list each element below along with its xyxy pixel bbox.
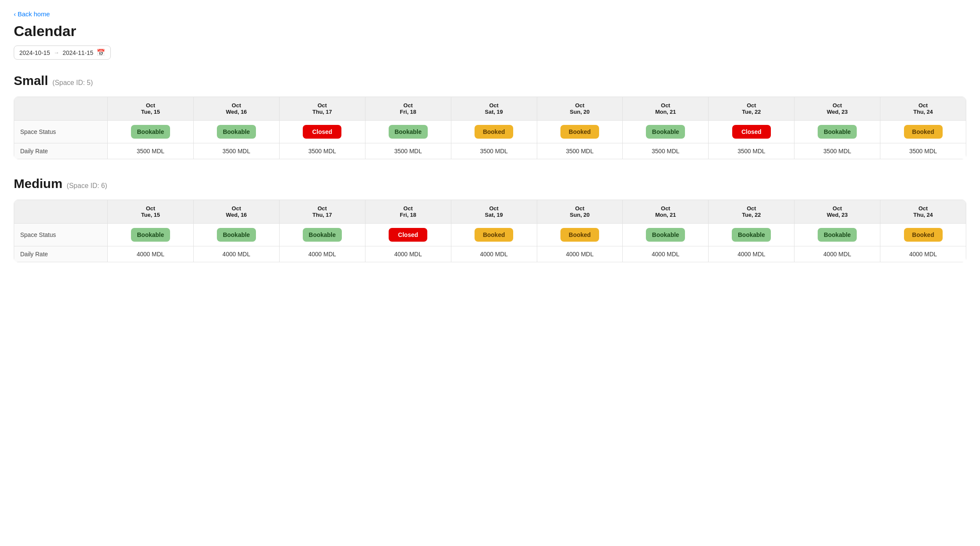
- col-month: Oct: [146, 102, 155, 109]
- status-cell-1-5[interactable]: Booked: [537, 224, 623, 246]
- col-month: Oct: [317, 102, 327, 109]
- col-month: Oct: [661, 102, 670, 109]
- table-header-empty: [14, 97, 108, 121]
- status-badge: Bookable: [303, 228, 342, 242]
- col-day: Tue, 22: [742, 212, 761, 218]
- col-month: Oct: [146, 205, 155, 212]
- status-cell-0-0[interactable]: Bookable: [108, 121, 194, 143]
- arrow-icon: →: [54, 49, 59, 56]
- col-day: Wed, 16: [226, 109, 247, 115]
- col-header-1-4: OctSat, 19: [451, 200, 537, 224]
- chevron-left-icon: ‹: [14, 10, 16, 18]
- status-cell-0-2[interactable]: Closed: [279, 121, 365, 143]
- status-cell-1-1[interactable]: Bookable: [193, 224, 279, 246]
- section-small: Small(Space ID: 5)OctTue, 15OctWed, 16Oc…: [14, 73, 966, 159]
- rate-cell-1-3: 4000 MDL: [365, 246, 451, 262]
- date-start: 2024-10-15: [19, 49, 50, 56]
- status-cell-1-0[interactable]: Bookable: [108, 224, 194, 246]
- status-badge: Booked: [475, 228, 513, 242]
- date-range-picker[interactable]: 2024-10-15 → 2024-11-15 📅: [14, 46, 111, 60]
- rate-cell-0-5: 3500 MDL: [537, 143, 623, 159]
- rate-cell-0-9: 3500 MDL: [880, 143, 966, 159]
- page-title: Calendar: [14, 23, 966, 39]
- status-cell-0-6[interactable]: Bookable: [623, 121, 709, 143]
- col-day: Sun, 20: [570, 212, 590, 218]
- col-day: Tue, 15: [141, 212, 160, 218]
- daily-rate-label-medium: Daily Rate: [14, 246, 108, 262]
- rate-cell-1-8: 4000 MDL: [794, 246, 880, 262]
- col-header-1-7: OctTue, 22: [709, 200, 794, 224]
- col-header-0-2: OctThu, 17: [279, 97, 365, 121]
- col-header-0-3: OctFri, 18: [365, 97, 451, 121]
- col-header-0-5: OctSun, 20: [537, 97, 623, 121]
- col-day: Thu, 24: [913, 212, 933, 218]
- table-header-empty: [14, 200, 108, 224]
- rate-cell-0-2: 3500 MDL: [279, 143, 365, 159]
- status-badge: Closed: [389, 228, 427, 242]
- col-day: Wed, 16: [226, 212, 247, 218]
- rate-cell-0-6: 3500 MDL: [623, 143, 709, 159]
- space-status-label-small: Space Status: [14, 121, 108, 143]
- section-title-medium: Medium(Space ID: 6): [14, 176, 966, 191]
- status-badge: Bookable: [646, 125, 685, 139]
- status-cell-0-3[interactable]: Bookable: [365, 121, 451, 143]
- col-header-1-9: OctThu, 24: [880, 200, 966, 224]
- section-title-small: Small(Space ID: 5): [14, 73, 966, 88]
- rate-cell-1-6: 4000 MDL: [623, 246, 709, 262]
- status-badge: Closed: [732, 125, 771, 139]
- col-day: Thu, 24: [913, 109, 933, 115]
- status-cell-1-7[interactable]: Bookable: [709, 224, 794, 246]
- col-month: Oct: [833, 205, 842, 212]
- status-cell-1-9[interactable]: Booked: [880, 224, 966, 246]
- status-badge: Closed: [303, 125, 341, 139]
- col-month: Oct: [317, 205, 327, 212]
- status-cell-0-8[interactable]: Bookable: [794, 121, 880, 143]
- back-home-label: Back home: [18, 10, 50, 18]
- back-home-link[interactable]: ‹ Back home: [14, 10, 50, 18]
- status-cell-0-5[interactable]: Booked: [537, 121, 623, 143]
- status-cell-0-4[interactable]: Booked: [451, 121, 537, 143]
- col-header-1-0: OctTue, 15: [108, 200, 194, 224]
- col-month: Oct: [489, 205, 499, 212]
- rate-cell-0-8: 3500 MDL: [794, 143, 880, 159]
- col-month: Oct: [833, 102, 842, 109]
- status-badge: Bookable: [646, 228, 685, 242]
- section-main-title-small: Small: [14, 73, 48, 88]
- rate-cell-1-9: 4000 MDL: [880, 246, 966, 262]
- col-month: Oct: [661, 205, 670, 212]
- rate-cell-1-1: 4000 MDL: [193, 246, 279, 262]
- col-day: Wed, 23: [827, 109, 848, 115]
- col-day: Sat, 19: [485, 212, 503, 218]
- status-badge: Bookable: [217, 125, 256, 139]
- status-cell-1-4[interactable]: Booked: [451, 224, 537, 246]
- status-cell-1-6[interactable]: Bookable: [623, 224, 709, 246]
- status-badge: Bookable: [818, 228, 857, 242]
- status-badge: Booked: [560, 125, 599, 139]
- col-month: Oct: [747, 205, 756, 212]
- status-cell-1-8[interactable]: Bookable: [794, 224, 880, 246]
- status-cell-1-2[interactable]: Bookable: [279, 224, 365, 246]
- col-month: Oct: [575, 205, 584, 212]
- col-header-0-8: OctWed, 23: [794, 97, 880, 121]
- col-month: Oct: [575, 102, 584, 109]
- col-day: Tue, 22: [742, 109, 761, 115]
- col-header-1-8: OctWed, 23: [794, 200, 880, 224]
- status-cell-0-9[interactable]: Booked: [880, 121, 966, 143]
- col-header-1-5: OctSun, 20: [537, 200, 623, 224]
- status-badge: Booked: [904, 228, 943, 242]
- rate-cell-0-4: 3500 MDL: [451, 143, 537, 159]
- section-medium: Medium(Space ID: 6)OctTue, 15OctWed, 16O…: [14, 176, 966, 262]
- section-subtitle-medium: (Space ID: 6): [67, 182, 107, 190]
- sections-container: Small(Space ID: 5)OctTue, 15OctWed, 16Oc…: [14, 73, 966, 262]
- status-cell-1-3[interactable]: Closed: [365, 224, 451, 246]
- status-badge: Bookable: [732, 228, 771, 242]
- col-day: Fri, 18: [400, 212, 416, 218]
- col-month: Oct: [489, 102, 499, 109]
- col-day: Sat, 19: [485, 109, 503, 115]
- col-day: Wed, 23: [827, 212, 848, 218]
- status-cell-0-1[interactable]: Bookable: [193, 121, 279, 143]
- col-header-1-3: OctFri, 18: [365, 200, 451, 224]
- col-day: Thu, 17: [313, 109, 332, 115]
- col-header-1-1: OctWed, 16: [193, 200, 279, 224]
- status-cell-0-7[interactable]: Closed: [709, 121, 794, 143]
